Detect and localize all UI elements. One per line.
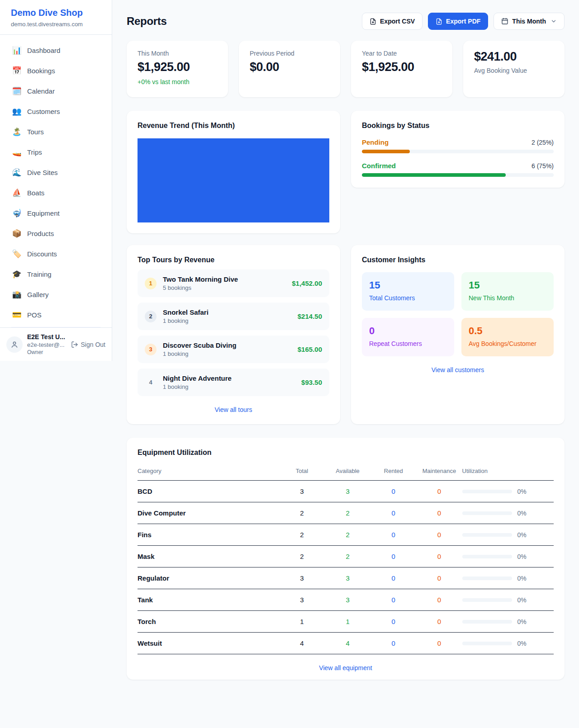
cell-total: 3	[279, 589, 325, 611]
cell-category: Fins	[138, 524, 279, 546]
stat-label: Avg Booking Value	[474, 67, 554, 74]
tour-name: Two Tank Morning Dive	[163, 275, 285, 283]
stat-card-this-month: This Month $1,925.00 +0% vs last month	[127, 41, 228, 97]
tile-value: 0	[369, 325, 447, 337]
brand-name[interactable]: Demo Dive Shop	[11, 8, 101, 18]
sidebar-item-calendar[interactable]: 🗓️ Calendar	[7, 83, 104, 99]
equipment-row-tank: Tank 3 3 0 0 0%	[138, 589, 554, 611]
cell-available: 1	[325, 611, 370, 633]
utilization-bar	[462, 511, 512, 515]
sidebar-item-dashboard[interactable]: 📊 Dashboard	[7, 42, 104, 59]
stat-card-avg-booking-value: $241.00 Avg Booking Value	[463, 41, 565, 97]
sidebar-item-dive-sites[interactable]: 🌊 Dive Sites	[7, 164, 104, 181]
bookings-status-card: Bookings by Status Pending 2 (25%) Confi…	[351, 111, 565, 188]
utilization-percent: 0%	[517, 618, 527, 625]
sidebar-item-equipment[interactable]: 🤿 Equipment	[7, 205, 104, 222]
tour-row: 3 Discover Scuba Diving 1 booking $165.0…	[138, 336, 329, 363]
cell-category: Wetsuit	[138, 633, 279, 654]
brand-block: Demo Dive Shop demo.test.divestreams.com	[0, 0, 112, 35]
column-header-rented: Rented	[370, 462, 416, 481]
sidebar-item-pos[interactable]: 💳 POS	[7, 307, 104, 323]
nav-item-icon: 📅	[12, 66, 22, 76]
tour-name: Night Dive Adventure	[163, 374, 295, 382]
status-count: 2 (25%)	[532, 139, 554, 146]
cell-rented: 0	[370, 502, 416, 524]
sidebar-item-products[interactable]: 📦 Products	[7, 225, 104, 242]
revenue-trend-card: Revenue Trend (This Month)	[127, 111, 340, 233]
view-all-tours-link[interactable]: View all tours	[138, 406, 329, 413]
tour-info: Discover Scuba Diving 1 booking	[163, 341, 291, 357]
export-csv-label: Export CSV	[380, 18, 415, 25]
equipment-title: Equipment Utilization	[138, 449, 554, 457]
nav-item-icon: 🤿	[12, 208, 22, 218]
equipment-row-fins: Fins 2 2 0 0 0%	[138, 524, 554, 546]
charts-row: Revenue Trend (This Month) Bookings by S…	[127, 111, 565, 233]
stat-label: This Month	[138, 50, 217, 57]
utilization-percent: 0%	[517, 510, 527, 517]
sidebar-item-customers[interactable]: 👥 Customers	[7, 103, 104, 120]
tour-amount: $1,452.00	[292, 279, 322, 287]
tour-bookings: 1 booking	[163, 317, 291, 324]
sidebar-item-training[interactable]: 🎓 Training	[7, 266, 104, 283]
status-count: 6 (75%)	[532, 162, 554, 170]
cell-total: 1	[279, 611, 325, 633]
cell-rented: 0	[370, 546, 416, 567]
view-all-customers-link[interactable]: View all customers	[362, 366, 554, 373]
sidebar-item-tours[interactable]: 🏝️ Tours	[7, 123, 104, 140]
utilization-bar	[462, 598, 512, 602]
cell-total: 3	[279, 481, 325, 502]
cell-maintenance: 0	[416, 633, 462, 654]
user-footer: E2E Test U... e2e-tester@... Owner Sign …	[0, 327, 112, 361]
column-header-category: Category	[138, 462, 279, 481]
nav-item-icon: 💳	[12, 310, 22, 320]
nav-item-icon: ⛵	[12, 188, 22, 198]
tour-amount: $93.50	[301, 378, 322, 386]
utilization-bar	[462, 620, 512, 624]
cell-maintenance: 0	[416, 611, 462, 633]
sign-out-button[interactable]: Sign Out	[71, 341, 105, 348]
tour-name: Discover Scuba Diving	[163, 341, 291, 349]
utilization-percent: 0%	[517, 488, 527, 495]
calendar-icon	[501, 18, 508, 25]
utilization-bar	[462, 577, 512, 580]
file-download-icon	[370, 18, 376, 25]
customer-insights-card: Customer Insights 15 Total Customers 15 …	[351, 245, 565, 424]
status-bar-track	[362, 150, 554, 153]
column-header-utilization: Utilization	[462, 462, 554, 481]
tour-row: 4 Night Dive Adventure 1 booking $93.50	[138, 369, 329, 396]
sign-out-label: Sign Out	[81, 341, 105, 348]
cell-rented: 0	[370, 589, 416, 611]
equipment-row-dive-computer: Dive Computer 2 2 0 0 0%	[138, 502, 554, 524]
view-all-equipment-link[interactable]: View all equipment	[138, 664, 554, 671]
period-dropdown[interactable]: This Month	[494, 13, 565, 30]
utilization-percent: 0%	[517, 575, 527, 582]
sidebar-item-boats[interactable]: ⛵ Boats	[7, 184, 104, 201]
equipment-row-bcd: BCD 3 3 0 0 0%	[138, 481, 554, 502]
revenue-trend-title: Revenue Trend (This Month)	[138, 122, 329, 130]
cell-total: 3	[279, 567, 325, 589]
export-csv-button[interactable]: Export CSV	[362, 13, 422, 30]
utilization-percent: 0%	[517, 596, 527, 604]
cell-total: 4	[279, 633, 325, 654]
export-pdf-label: Export PDF	[446, 18, 480, 25]
tile-label: Repeat Customers	[369, 340, 447, 347]
bookings-status-title: Bookings by Status	[362, 122, 554, 130]
sidebar-nav: 📊 Dashboard 📅 Bookings 🗓️ Calendar 👥 Cus…	[0, 35, 112, 327]
sidebar-item-trips[interactable]: 🚤 Trips	[7, 144, 104, 161]
sidebar-item-bookings[interactable]: 📅 Bookings	[7, 62, 104, 79]
cell-maintenance: 0	[416, 589, 462, 611]
insight-grid: 15 Total Customers 15 New This Month 0 R…	[362, 272, 554, 356]
utilization-bar	[462, 642, 512, 645]
stat-value: $0.00	[250, 60, 329, 74]
sidebar-item-gallery[interactable]: 📸 Gallery	[7, 286, 104, 303]
sign-out-icon	[71, 341, 78, 348]
cell-total: 2	[279, 502, 325, 524]
nav-item-label: Tours	[27, 128, 44, 136]
tour-info: Two Tank Morning Dive 5 bookings	[163, 275, 285, 291]
sidebar-item-discounts[interactable]: 🏷️ Discounts	[7, 246, 104, 262]
cell-available: 3	[325, 567, 370, 589]
nav-item-label: Gallery	[27, 291, 49, 298]
tour-info: Snorkel Safari 1 booking	[163, 308, 291, 324]
export-pdf-button[interactable]: Export PDF	[428, 13, 488, 30]
stat-card-year-to-date: Year to Date $1,925.00	[351, 41, 452, 97]
